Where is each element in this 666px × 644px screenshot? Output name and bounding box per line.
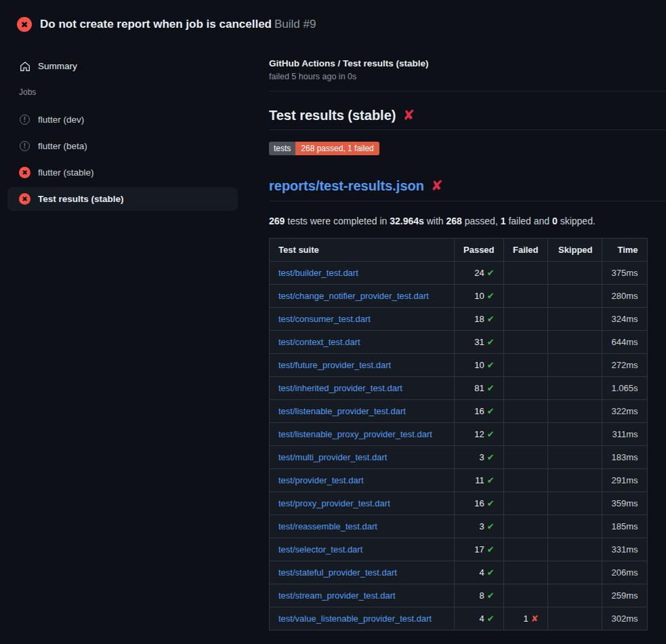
suite-link[interactable]: test/context_test.dart [278, 337, 360, 347]
failed-cell [503, 377, 547, 400]
check-icon: ✔ [484, 268, 495, 278]
check-icon: ✔ [484, 590, 495, 601]
suite-link[interactable]: test/listenable_provider_test.dart [278, 406, 406, 416]
sidebar-item-job[interactable]: !flutter (dev) [7, 108, 238, 132]
suite-cell: test/listenable_provider_test.dart [270, 400, 455, 423]
alert-circle-icon: ! [19, 140, 30, 152]
suite-link[interactable]: test/provider_test.dart [278, 475, 364, 485]
failed-cell [503, 469, 547, 492]
skipped-cell [547, 469, 602, 492]
table-row: test/builder_test.dart24✔375ms [270, 262, 648, 285]
table-row: test/selector_test.dart17✔331ms [270, 538, 648, 561]
suite-link[interactable]: test/consumer_test.dart [278, 314, 371, 324]
suite-link[interactable]: test/selector_test.dart [278, 544, 362, 555]
passed-cell: 16✔ [455, 400, 504, 423]
count-value: 24 [474, 268, 484, 278]
column-header: Time [602, 239, 647, 262]
time-cell: 324ms [602, 308, 647, 331]
suite-cell: test/future_provider_test.dart [270, 354, 455, 377]
suite-cell: test/inherited_provider_test.dart [270, 377, 455, 400]
failed-cell [503, 423, 547, 446]
suite-link[interactable]: test/stream_provider_test.dart [278, 590, 396, 601]
passed-cell: 81✔ [455, 377, 504, 400]
failed-cell [503, 515, 547, 538]
badge-label: tests [269, 142, 295, 155]
check-icon: ✔ [484, 475, 495, 485]
count-value: 3 [479, 452, 484, 462]
sidebar-item-summary[interactable]: Summary [7, 54, 238, 78]
passed-cell: 10✔ [455, 354, 504, 377]
skipped-cell [547, 607, 602, 630]
column-header: Skipped [547, 239, 602, 262]
main-content: GitHub Actions / Test results (stable) f… [269, 38, 666, 630]
suite-link[interactable]: test/reassemble_test.dart [278, 521, 377, 531]
check-icon: ✔ [484, 337, 495, 347]
sidebar: Summary Jobs !flutter (dev)!flutter (bet… [0, 38, 269, 630]
time-cell: 302ms [602, 607, 647, 630]
table-row: test/context_test.dart31✔644ms [270, 331, 648, 354]
failed-cell [503, 584, 547, 607]
suite-cell: test/context_test.dart [270, 331, 455, 354]
skipped-cell [547, 515, 602, 538]
count-value: 18 [474, 314, 484, 324]
count-value: 10 [474, 291, 484, 301]
passed-cell: 16✔ [455, 492, 504, 515]
table-row: test/change_notifier_provider_test.dart1… [270, 285, 648, 308]
check-icon: ✔ [484, 567, 495, 578]
suite-cell: test/listenable_proxy_provider_test.dart [270, 423, 455, 446]
skipped-cell [547, 538, 602, 561]
suite-cell: test/stateful_provider_test.dart [270, 561, 455, 584]
summary-segment: 269 [269, 216, 285, 226]
time-cell: 185ms [602, 515, 647, 538]
suite-cell: test/selector_test.dart [270, 538, 455, 561]
summary-segment: skipped. [558, 216, 596, 226]
skipped-cell [547, 354, 602, 377]
suite-link[interactable]: test/stateful_provider_test.dart [278, 567, 397, 578]
suite-cell: test/reassemble_test.dart [270, 515, 455, 538]
table-row: test/stateful_provider_test.dart4✔206ms [270, 561, 648, 584]
table-row: test/provider_test.dart11✔291ms [270, 469, 648, 492]
check-icon: ✔ [484, 383, 495, 393]
table-row: test/reassemble_test.dart3✔185ms [270, 515, 648, 538]
suite-link[interactable]: test/change_notifier_provider_test.dart [278, 291, 429, 301]
time-cell: 280ms [602, 285, 647, 308]
time-cell: 322ms [602, 400, 647, 423]
check-icon: ✔ [484, 544, 495, 555]
passed-cell: 4✔ [455, 561, 504, 584]
sidebar-item-job[interactable]: ✖Test results (stable) [7, 187, 238, 211]
breadcrumb: GitHub Actions / Test results (stable) [269, 58, 666, 68]
summary-segment: tests were completed in [285, 216, 390, 226]
count-value: 4 [479, 613, 484, 624]
sidebar-item-job[interactable]: ✖flutter (stable) [7, 161, 238, 184]
table-header-row: Test suitePassedFailedSkippedTime [270, 239, 648, 262]
passed-cell: 10✔ [455, 285, 504, 308]
column-header: Test suite [270, 239, 455, 262]
header: ✖ Do not create report when job is cance… [0, 0, 666, 38]
run-status-text: failed 5 hours ago in 0s [269, 72, 666, 81]
section-heading: Test results (stable) ✘ [269, 108, 666, 130]
suite-link[interactable]: test/multi_provider_test.dart [278, 452, 387, 462]
report-link[interactable]: reports/test-results.json [269, 178, 424, 194]
suite-link[interactable]: test/builder_test.dart [278, 268, 358, 278]
table-row: test/future_provider_test.dart10✔272ms [270, 354, 648, 377]
summary-segment: passed, [462, 216, 501, 226]
suite-link[interactable]: test/inherited_provider_test.dart [278, 383, 402, 393]
suite-link[interactable]: test/listenable_proxy_provider_test.dart [278, 429, 432, 439]
count-value: 12 [474, 429, 484, 439]
jobs-list: !flutter (dev)!flutter (beta)✖flutter (s… [0, 108, 269, 211]
suite-cell: test/proxy_provider_test.dart [270, 492, 455, 515]
time-cell: 259ms [602, 584, 647, 607]
suite-link[interactable]: test/future_provider_test.dart [278, 360, 391, 370]
sidebar-item-job[interactable]: !flutter (beta) [7, 134, 238, 158]
time-cell: 311ms [602, 423, 647, 446]
suite-link[interactable]: test/proxy_provider_test.dart [278, 498, 390, 508]
count-value: 16 [474, 498, 484, 508]
suite-link[interactable]: test/value_listenable_provider_test.dart [278, 613, 432, 624]
tests-badge: tests 268 passed, 1 failed [269, 142, 379, 155]
skipped-cell [547, 308, 602, 331]
table-row: test/value_listenable_provider_test.dart… [270, 607, 648, 630]
suite-cell: test/value_listenable_provider_test.dart [270, 607, 455, 630]
skipped-cell [547, 561, 602, 584]
summary-segment: 268 [446, 216, 462, 226]
badge-value: 268 passed, 1 failed [295, 142, 379, 155]
